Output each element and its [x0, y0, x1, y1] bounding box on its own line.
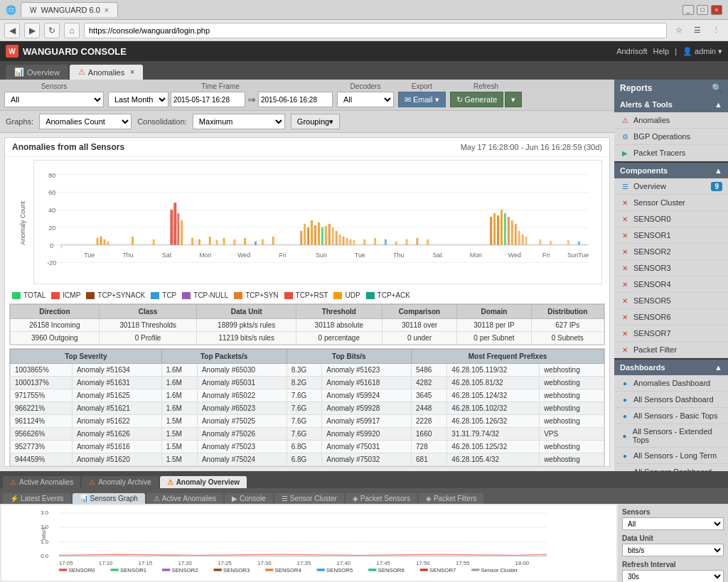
date-from-input[interactable] [171, 92, 245, 107]
chart-area: Anomalies from all Sensors May 17 16:28:… [4, 137, 610, 467]
sidebar-item-sensor3[interactable]: ✕ SENSOR3 [614, 260, 728, 276]
maximize-button[interactable]: □ [697, 5, 708, 15]
col-most-frequent: Most Frequent Prefixes [412, 350, 604, 364]
svg-rect-40 [325, 226, 327, 245]
refresh-nav-button[interactable]: ↻ [44, 23, 60, 38]
active-anomalies-sub-icon: ⚠ [154, 495, 160, 502]
svg-rect-18 [153, 239, 155, 245]
address-bar[interactable] [84, 23, 667, 38]
y-axis-label: Anomaly Count [19, 201, 26, 245]
sensor0-icon: ✕ [620, 214, 630, 224]
sidebar-item-sensor0[interactable]: ✕ SENSOR0 [614, 211, 728, 227]
svg-text:Sat: Sat [432, 252, 442, 259]
refresh-interval-row: Refresh Interval 30s [622, 561, 724, 582]
sidebar-item-anomalies[interactable]: ⚠ Anomalies [614, 112, 728, 129]
sidebar-item-sensor4[interactable]: ✕ SENSOR4 [614, 276, 728, 293]
sensors-select[interactable]: All [4, 92, 104, 107]
svg-rect-41 [328, 224, 331, 245]
table-row: 966221%Anomaly #516211.6MAnomaly #650237… [11, 402, 604, 415]
svg-rect-116 [265, 568, 273, 571]
export-button[interactable]: ✉ Email ▾ [398, 92, 446, 107]
subtab-sensor-cluster[interactable]: ☰ Sensor Cluster [274, 493, 344, 504]
svg-rect-28 [233, 239, 235, 245]
bottom-refresh-select[interactable]: 30s [622, 570, 724, 582]
generate-button[interactable]: ↻ Generate [450, 92, 504, 107]
subtab-packet-filters[interactable]: ◈ Packet Filters [419, 493, 484, 504]
sensor2-icon: ✕ [620, 247, 630, 257]
dashboards-header[interactable]: Dashboards ▲ [614, 360, 728, 375]
subtab-console[interactable]: ▶ Console [225, 493, 273, 504]
svg-rect-34 [304, 224, 306, 245]
home-button[interactable]: ⌂ [64, 23, 80, 38]
components-header[interactable]: Components ▲ [614, 163, 728, 178]
subtab-packet-sensors[interactable]: ◈ Packet Sensors [346, 493, 417, 504]
sidebar-item-basic-tops[interactable]: ● All Sensors - Basic Tops [614, 408, 728, 424]
menu-icon[interactable]: ☰ [690, 23, 705, 38]
sidebar-item-packet-filter[interactable]: ✕ Packet Filter [614, 342, 728, 358]
help-button[interactable]: Help [653, 47, 670, 55]
main-tab-bar: 📊 Overview ⚠ Anomalies × [0, 61, 728, 80]
tab-anomalies[interactable]: ⚠ Anomalies × [70, 65, 143, 80]
bottom-refresh-label: Refresh Interval [622, 561, 724, 568]
reports-search-icon[interactable]: 🔍 [712, 83, 722, 93]
sidebar-item-sensor6[interactable]: ✕ SENSOR6 [614, 309, 728, 325]
chart-svg-wrapper: 80 60 40 20 0 -20 [33, 160, 602, 286]
date-to-input[interactable] [258, 92, 333, 107]
refresh-label: Refresh [450, 82, 523, 90]
more-icon[interactable]: ⋮ [708, 23, 724, 38]
back-button[interactable]: ◀ [4, 23, 20, 38]
sidebar-item-sensor7[interactable]: ✕ SENSOR7 [614, 325, 728, 342]
sidebar-item-extended-tops[interactable]: ● All Sensors - Extended Tops [614, 424, 728, 448]
graphs-type-select[interactable]: Anomalies Count [39, 114, 132, 129]
bottom-chart: 3.0 2.0 1.0 0.0 bits/s 17:05 17:10 [0, 504, 728, 582]
svg-text:Sun: Sun [567, 252, 579, 259]
subtab-sensors-graph[interactable]: 📊 Sensors Graph [73, 493, 145, 504]
bottom-chart-left: 3.0 2.0 1.0 0.0 bits/s 17:05 17:10 [1, 505, 616, 581]
timeframe-select[interactable]: Last Month [108, 92, 168, 107]
svg-rect-67 [539, 239, 541, 245]
sidebar-item-sensor2[interactable]: ✕ SENSOR2 [614, 244, 728, 260]
decoders-select[interactable]: All [337, 92, 394, 107]
tab-active-anomalies[interactable]: ⚠ Active Anomalies [3, 476, 80, 488]
bookmark-icon[interactable]: ☆ [671, 23, 687, 38]
sidebar-item-long-term[interactable]: ● All Sensors - Long Term [614, 448, 728, 464]
svg-text:bits/s: bits/s [41, 527, 47, 540]
sidebar-item-sensor5[interactable]: ✕ SENSOR5 [614, 293, 728, 309]
tab-close-icon[interactable]: × [105, 6, 109, 14]
sidebar-item-servers-dash[interactable]: ● All Servers Dashboard [614, 464, 728, 471]
consolidation-select[interactable]: Maximum [193, 114, 285, 129]
sidebar-item-overview[interactable]: ☰ Overview 9 [614, 178, 728, 195]
admin-button[interactable]: 👤 admin ▾ [682, 47, 722, 56]
subtab-active-anomalies[interactable]: ⚠ Active Anomalies [146, 493, 223, 504]
anomalies-tab-close[interactable]: × [130, 68, 134, 76]
browser-tab[interactable]: W WANGUARD 6.0 × [21, 2, 118, 17]
alerts-header[interactable]: Alerts & Tools ▲ [614, 97, 728, 112]
sidebar-item-anomalies-dash[interactable]: ● Anomalies Dashboard [614, 375, 728, 392]
table-row: 1003865%Anomaly #516341.6MAnomaly #65030… [11, 364, 604, 377]
svg-rect-69 [567, 240, 569, 245]
sidebar-item-tracers[interactable]: ▶ Packet Tracers [614, 145, 728, 161]
tab-overview[interactable]: 📊 Overview [6, 65, 68, 80]
svg-text:17:50: 17:50 [416, 560, 430, 566]
legend-udp: UDP [333, 291, 360, 299]
forward-button[interactable]: ▶ [24, 23, 40, 38]
table-row: 971755%Anomaly #516251.6MAnomaly #650227… [11, 389, 604, 402]
generate-dropdown-button[interactable]: ▾ [505, 92, 522, 107]
sidebar-item-bgp[interactable]: ⚙ BGP Operations [614, 129, 728, 145]
tab-anomaly-archive[interactable]: ⚠ Anomaly Archive [82, 476, 158, 488]
minimize-button[interactable]: _ [682, 5, 694, 15]
svg-rect-68 [550, 241, 552, 245]
sidebar-item-sensor1[interactable]: ✕ SENSOR1 [614, 227, 728, 244]
subtab-latest-events[interactable]: ⚡ Latest Events [3, 493, 71, 504]
svg-text:3.0: 3.0 [41, 510, 49, 516]
tab-anomaly-overview[interactable]: ⚠ Anomaly Overview [160, 476, 247, 488]
grouping-button[interactable]: Grouping▾ [291, 114, 340, 129]
bottom-data-unit-select[interactable]: bits/s [622, 544, 724, 556]
sidebar-item-sensor-cluster[interactable]: ✕ Sensor Cluster [614, 195, 728, 211]
table-row: 961124%Anomaly #516221.5MAnomaly #750257… [11, 415, 604, 428]
svg-rect-66 [525, 237, 528, 245]
sidebar-item-all-sensors-dash[interactable]: ● All Sensors Dashboard [614, 392, 728, 408]
close-button[interactable]: × [711, 5, 722, 15]
chart-bars [97, 203, 580, 244]
bottom-sensors-select[interactable]: All [622, 517, 724, 530]
